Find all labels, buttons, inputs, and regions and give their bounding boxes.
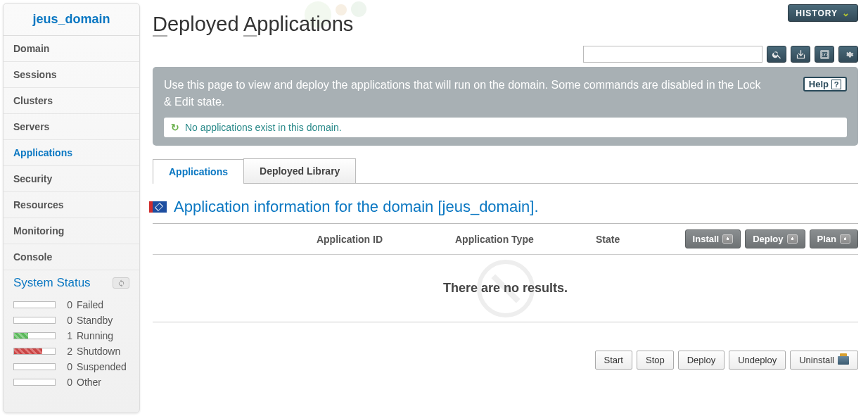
section-title: Application information for the domain [… (174, 198, 539, 216)
nav-item-applications[interactable]: Applications (4, 140, 139, 166)
status-row-other: 0Other (13, 374, 129, 390)
status-label: Suspended (77, 361, 127, 372)
uninstall-icon (838, 356, 849, 365)
search-button[interactable] (767, 46, 786, 63)
status-count: 2 (63, 346, 72, 357)
status-bar (13, 379, 56, 386)
status-row-running: 1Running (13, 328, 129, 343)
install-button[interactable]: Install (685, 229, 741, 248)
column-application-type: Application Type (455, 234, 596, 245)
column-application-id: Application ID (153, 234, 455, 245)
nav-item-domain[interactable]: Domain (4, 36, 139, 62)
status-row-shutdown: 2Shutdown (13, 343, 129, 359)
button-label: Undeploy (738, 355, 777, 365)
chevron-down-icon: ⌄ (842, 8, 850, 18)
footer-action-bar: StartStopDeployUndeployUninstall (153, 322, 858, 370)
info-description: Use this page to view and deploy the app… (164, 77, 762, 111)
plan-button[interactable]: Plan (810, 229, 858, 248)
status-label: Other (77, 377, 101, 388)
status-refresh-button[interactable] (113, 277, 129, 289)
table-empty-state: There are no results. (153, 255, 858, 322)
status-label: Shutdown (77, 346, 120, 357)
sidebar-title[interactable]: jeus_domain (4, 4, 139, 36)
tab-bar: ApplicationsDeployed Library (153, 158, 858, 184)
nav-item-monitoring[interactable]: Monitoring (4, 218, 139, 244)
export-button[interactable] (791, 46, 810, 63)
status-count: 0 (63, 299, 72, 310)
uninstall-button[interactable]: Uninstall (790, 351, 858, 370)
system-status-list: 0Failed0Standby1Running2Shutdown0Suspend… (4, 294, 139, 393)
status-label: Failed (77, 299, 103, 310)
status-count: 1 (63, 330, 72, 341)
deploy-button[interactable]: Deploy (678, 351, 725, 370)
info-panel: Help ? Use this page to view and deploy … (153, 67, 858, 146)
refresh-icon: ↻ (171, 122, 179, 133)
undeploy-button[interactable]: Undeploy (729, 351, 786, 370)
system-status-label: System Status (13, 276, 91, 290)
help-icon: ? (831, 80, 841, 89)
button-label: Install (693, 234, 720, 244)
stop-button[interactable]: Stop (637, 351, 674, 370)
deploy-button[interactable]: Deploy (745, 229, 805, 248)
start-button[interactable]: Start (595, 351, 632, 370)
table-header-row: Application ID Application Type State In… (153, 224, 858, 255)
status-label: Running (77, 330, 113, 341)
button-label: Plan (817, 234, 836, 244)
help-button[interactable]: Help ? (803, 77, 847, 92)
column-state: State (596, 234, 673, 245)
status-bar (13, 363, 56, 370)
xml-button[interactable] (815, 46, 834, 63)
plus-icon (787, 234, 798, 244)
status-count: 0 (63, 377, 72, 388)
button-label: Stop (646, 355, 665, 365)
info-status-message: ↻ No applications exist in this domain. (164, 118, 847, 137)
table-action-buttons: InstallDeployPlan (685, 229, 858, 248)
history-label: HISTORY (796, 8, 838, 18)
status-bar (13, 317, 56, 324)
status-label: Standby (77, 315, 113, 326)
page-title: Deployed Applications (153, 6, 858, 46)
plus-icon (722, 234, 733, 244)
status-count: 0 (63, 361, 72, 372)
button-label: Deploy (687, 355, 715, 365)
tab-deployed-library[interactable]: Deployed Library (243, 158, 356, 183)
tab-applications[interactable]: Applications (153, 159, 244, 184)
search-input[interactable] (583, 46, 762, 63)
plus-icon (840, 234, 850, 244)
status-message-text: No applications exist in this domain. (185, 122, 342, 133)
button-label: Uninstall (799, 355, 834, 365)
status-row-failed: 0Failed (13, 297, 129, 313)
nav-item-console[interactable]: Console (4, 244, 139, 270)
help-label: Help (809, 79, 829, 89)
empty-message: There are no results. (443, 281, 568, 296)
status-row-suspended: 0Suspended (13, 359, 129, 374)
button-label: Start (604, 355, 623, 365)
nav-item-clusters[interactable]: Clusters (4, 88, 139, 114)
status-bar (13, 348, 56, 355)
section-icon (153, 201, 167, 213)
sidebar-nav: DomainSessionsClustersServersApplication… (4, 36, 139, 270)
section-header: Application information for the domain [… (153, 184, 858, 224)
main-content: HISTORY ⌄ Deployed Applications Help ? U… (143, 0, 868, 416)
status-bar (13, 332, 56, 339)
button-label: Deploy (753, 234, 783, 244)
status-row-standby: 0Standby (13, 313, 129, 328)
status-bar (13, 301, 56, 308)
search-toolbar (153, 46, 858, 63)
nav-item-security[interactable]: Security (4, 166, 139, 192)
nav-item-sessions[interactable]: Sessions (4, 62, 139, 88)
nav-item-servers[interactable]: Servers (4, 114, 139, 140)
settings-button[interactable] (838, 46, 858, 63)
history-button[interactable]: HISTORY ⌄ (788, 4, 858, 22)
status-count: 0 (63, 315, 72, 326)
system-status-header: System Status (4, 270, 139, 294)
nav-item-resources[interactable]: Resources (4, 192, 139, 218)
sidebar: jeus_domain DomainSessionsClustersServer… (3, 3, 140, 413)
